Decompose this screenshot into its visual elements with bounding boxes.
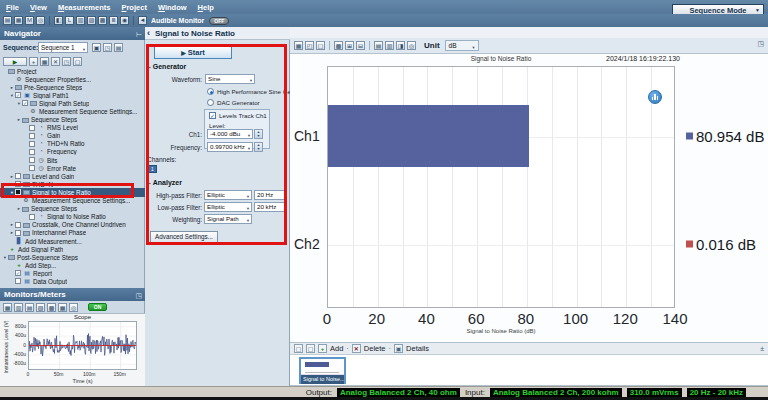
- add-result-label[interactable]: Add: [330, 344, 343, 353]
- tree-item-checkbox[interactable]: [29, 133, 35, 139]
- spectrum-monitor-icon[interactable]: ▨: [36, 303, 45, 312]
- tree-item-checkbox[interactable]: [15, 222, 21, 228]
- result-nav-next-icon[interactable]: ▢: [306, 344, 315, 353]
- tree-item-add-step[interactable]: +Add Step...: [0, 261, 145, 269]
- tree-item-sequencer-properties[interactable]: ⚙Sequencer Properties...: [0, 75, 145, 83]
- tree-item-checkbox[interactable]: [15, 189, 21, 195]
- tree-item-checkbox[interactable]: ✓: [15, 270, 21, 276]
- tree-item-pre-sequence-steps[interactable]: ▸Pre-Sequence Steps: [0, 83, 145, 91]
- new-graph-icon[interactable]: ▦: [294, 41, 303, 50]
- tree-item-checkbox[interactable]: [15, 230, 21, 236]
- new-project-icon[interactable]: ▤: [3, 16, 12, 25]
- layout-icon[interactable]: ▩: [334, 41, 343, 50]
- advanced-settings-button[interactable]: Advanced Settings...: [150, 231, 218, 243]
- tree-item-signal-to-noise-ratio[interactable]: ▾Signal to Noise Ratio: [0, 188, 145, 196]
- zoom-select-icon[interactable]: ◰: [305, 41, 314, 50]
- tree-item-checkbox[interactable]: [29, 149, 35, 155]
- frequency-input[interactable]: 0.99700 kHz▼: [207, 142, 253, 152]
- sequence-menu-icon[interactable]: ▤: [114, 43, 123, 52]
- menu-item-view[interactable]: View: [30, 3, 47, 12]
- ch1-level-input[interactable]: -4.000 dBu▼: [207, 129, 253, 139]
- dac-generator-radio[interactable]: [207, 99, 214, 106]
- graph-popout-icon[interactable]: ◳: [757, 40, 764, 48]
- scope-monitor-icon[interactable]: ▦: [3, 303, 12, 312]
- tile-icon[interactable]: ⊞: [345, 41, 354, 50]
- highpass-filter-select[interactable]: Elliptic▼: [204, 190, 252, 200]
- waveform-select[interactable]: Sine▼: [205, 74, 255, 84]
- menu-item-help[interactable]: Help: [198, 3, 214, 12]
- tree-item-project[interactable]: Project: [0, 67, 145, 75]
- tree-item-report[interactable]: ✓▤Report: [0, 269, 145, 277]
- add-result-icon[interactable]: +: [318, 344, 327, 353]
- tree-item-bits[interactable]: ◷Bits: [0, 156, 145, 164]
- start-button[interactable]: ▶Start: [154, 46, 232, 59]
- tree-item-checkbox[interactable]: ✓: [15, 92, 21, 98]
- ch1-level-stepper[interactable]: ▲▼: [254, 129, 263, 139]
- result-nav-prev-icon[interactable]: ▢: [294, 344, 303, 353]
- tree-item-add-measurement[interactable]: ▊Add Measurement...: [0, 237, 145, 245]
- bar-monitor-icon[interactable]: ▤: [25, 303, 34, 312]
- tree-item-error-rate[interactable]: ◷Error Rate: [0, 164, 145, 172]
- spin-down-icon[interactable]: ▼: [255, 147, 262, 151]
- pan-icon[interactable]: ▢: [316, 41, 325, 50]
- high-performance-sine-radio[interactable]: [207, 88, 214, 95]
- tree-item-checkbox[interactable]: [29, 141, 35, 147]
- tree-item-level-and-gain[interactable]: ▸Level and Gain: [0, 172, 145, 180]
- analyzer-section-header[interactable]: ▪Analyzer: [149, 179, 182, 186]
- tree-item-measurement-sequence-settings[interactable]: ⚙Measurement Sequence Settings...: [0, 197, 145, 205]
- export-icon[interactable]: ±: [760, 345, 764, 352]
- signal-path-icon[interactable]: ◧: [54, 16, 63, 25]
- levels-track-checkbox[interactable]: ✓: [209, 112, 216, 119]
- menu-item-measurements[interactable]: Measurements: [58, 3, 111, 12]
- grid-view-icon[interactable]: ▦: [40, 57, 49, 66]
- menu-item-file[interactable]: File: [6, 3, 19, 12]
- weighting-select[interactable]: Signal Path▼: [204, 214, 252, 224]
- tree-item-sequence-steps[interactable]: ▸Sequence Steps: [0, 205, 145, 213]
- level-monitor-icon[interactable]: ▩: [47, 303, 56, 312]
- tree-item-data-output[interactable]: ▤Data Output: [0, 277, 145, 285]
- lowpass-frequency-field[interactable]: 20 kHz: [254, 202, 287, 212]
- back-chevron-icon[interactable]: ‹: [147, 27, 150, 40]
- tree-item-measurement-sequence-settings[interactable]: ⚙Measurement Sequence Settings...: [0, 107, 145, 115]
- lowpass-filter-select[interactable]: Elliptic▼: [204, 202, 252, 212]
- meter-monitor-icon[interactable]: ▥: [14, 303, 23, 312]
- tree-item-checkbox[interactable]: [29, 165, 35, 171]
- run-sequence-button[interactable]: ▶: [3, 57, 27, 66]
- speaker-icon[interactable]: ◄: [138, 16, 147, 25]
- tree-item-checkbox[interactable]: [29, 157, 35, 163]
- analyzer-icon[interactable]: ▩: [98, 16, 107, 25]
- monitor-icon[interactable]: M: [25, 16, 34, 25]
- tree-item-signal-to-noise-ratio[interactable]: ◔Signal to Noise Ratio: [0, 213, 145, 221]
- menu-item-window[interactable]: Window: [158, 3, 187, 12]
- bits-icon[interactable]: Ⅲ: [109, 16, 118, 25]
- tree-item-crosstalk-one-channel-undriven[interactable]: ▸Crosstalk, One Channel Undriven: [0, 221, 145, 229]
- delete-result-label[interactable]: Delete: [364, 344, 386, 353]
- add-item-icon[interactable]: +: [29, 57, 38, 66]
- highpass-frequency-field[interactable]: 20 Hz: [254, 190, 287, 200]
- table-monitor-icon[interactable]: ▦: [58, 303, 67, 312]
- delete-result-icon[interactable]: ✕: [352, 344, 361, 353]
- graph-style-icon[interactable]: ◨: [396, 41, 405, 50]
- sequence-select[interactable]: Sequence 1 ▼: [38, 42, 88, 53]
- tree-item-checkbox[interactable]: [15, 181, 21, 187]
- tree-item-thd-n-ratio[interactable]: ◔THD+N Ratio: [0, 140, 145, 148]
- unit-select[interactable]: dB▼: [445, 40, 479, 51]
- tree-item-checkbox[interactable]: [29, 214, 35, 220]
- tree-item-sequence-steps[interactable]: ▸Sequence Steps: [0, 116, 145, 124]
- tree-item-frequency[interactable]: ◔Frequency: [0, 148, 145, 156]
- tree-item-rms-level[interactable]: ◔RMS Level: [0, 124, 145, 132]
- tree-item-signal-path1[interactable]: ▾✓▣Signal Path1: [0, 91, 145, 99]
- collapse-all-icon[interactable]: ▢: [73, 57, 82, 66]
- sequence-popout-icon[interactable]: ◳: [103, 43, 112, 52]
- frequency-stepper[interactable]: ▲▼: [254, 142, 263, 152]
- settings-icon[interactable]: ◎: [36, 16, 45, 25]
- spin-down-icon[interactable]: ▼: [255, 134, 262, 138]
- menu-item-project[interactable]: Project: [121, 3, 146, 12]
- tree-item-checkbox[interactable]: [15, 173, 21, 179]
- channel-1-badge[interactable]: 1: [148, 165, 157, 173]
- expand-all-icon[interactable]: ◳: [62, 57, 71, 66]
- pin-icon[interactable]: ⊢: [136, 28, 142, 41]
- details-icon[interactable]: ▣: [394, 344, 403, 353]
- sequence-settings-icon[interactable]: ▣: [92, 43, 101, 52]
- columns-view-icon[interactable]: ▥: [385, 41, 394, 50]
